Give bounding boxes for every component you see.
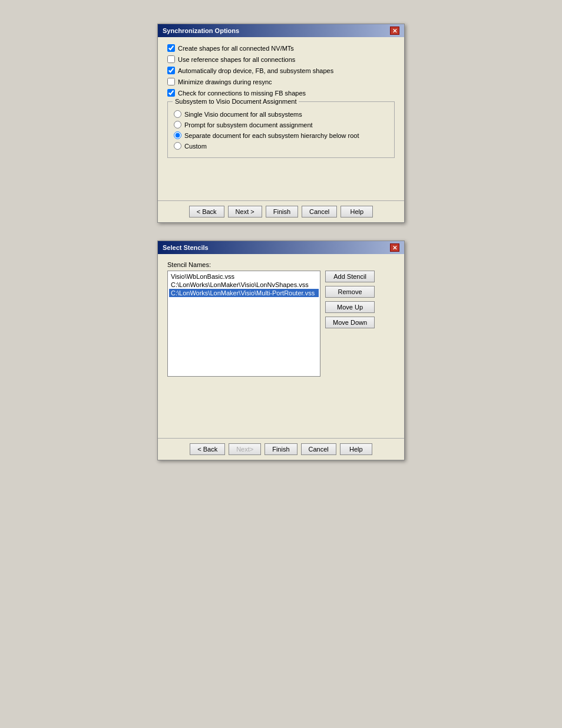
stencil-item-2[interactable]: C:\LonWorks\LonMaker\Visio\Multi-PortRou… — [169, 289, 319, 297]
single-visio-radio[interactable] — [174, 110, 181, 118]
groupbox-content: Single Visio document for all subsystems… — [174, 110, 388, 150]
finish-button[interactable]: Finish — [266, 206, 298, 218]
spacer — [167, 163, 395, 186]
finish-button-2[interactable]: Finish — [265, 443, 297, 455]
select-stencils-footer: < Back Next> Finish Cancel Help — [158, 438, 404, 460]
select-stencils-close-button[interactable]: ✕ — [390, 243, 399, 252]
remove-button[interactable]: Remove — [325, 286, 375, 298]
back-button[interactable]: < Back — [189, 206, 224, 218]
auto-drop-checkbox[interactable] — [167, 67, 175, 74]
checkbox-row-1: Create shapes for all connected NV/MTs — [167, 44, 395, 52]
cancel-button-2[interactable]: Cancel — [301, 443, 336, 455]
minimize-drawings-checkbox[interactable] — [167, 78, 175, 85]
next-button[interactable]: Next > — [228, 206, 262, 218]
custom-label: Custom — [184, 143, 207, 150]
sync-options-close-button[interactable]: ✕ — [390, 27, 399, 35]
create-shapes-checkbox[interactable] — [167, 44, 175, 52]
help-button-2[interactable]: Help — [340, 443, 372, 455]
radio-row-1: Single Visio document for all subsystems — [174, 110, 388, 118]
checkbox-row-2: Use reference shapes for all connections — [167, 55, 395, 63]
move-up-button[interactable]: Move Up — [325, 301, 375, 313]
radio-row-4: Custom — [174, 142, 388, 150]
sync-options-title: Synchronization Options — [163, 27, 239, 34]
separate-document-label: Separate document for each subsystem hie… — [184, 132, 359, 139]
separate-document-radio[interactable] — [174, 131, 181, 139]
minimize-drawings-label: Minimize drawings during resync — [178, 78, 272, 85]
stencil-list[interactable]: Visio\WbLonBasic.vss C:\LonWorks\LonMake… — [167, 271, 320, 377]
custom-radio[interactable] — [174, 142, 181, 150]
select-stencils-dialog: Select Stencils ✕ Stencil Names: Visio\W… — [157, 241, 405, 460]
sync-options-titlebar: Synchronization Options ✕ — [158, 24, 404, 37]
cancel-button[interactable]: Cancel — [302, 206, 337, 218]
stencil-item-1[interactable]: C:\LonWorks\LonMaker\Visio\LonNvShapes.v… — [169, 281, 319, 289]
move-down-button[interactable]: Move Down — [325, 317, 375, 328]
subsystem-assignment-groupbox: Subsystem to Visio Document Assignment S… — [167, 101, 395, 158]
create-shapes-label: Create shapes for all connected NV/MTs — [178, 45, 294, 52]
prompt-label: Prompt for subsystem document assignment — [184, 121, 313, 129]
check-connections-checkbox[interactable] — [167, 89, 175, 97]
stencil-area: Visio\WbLonBasic.vss C:\LonWorks\LonMake… — [167, 271, 395, 377]
checkbox-row-3: Automatically drop device, FB, and subsy… — [167, 67, 395, 74]
back-button-2[interactable]: < Back — [190, 443, 225, 455]
lower-spacer — [167, 377, 395, 424]
stencil-names-label: Stencil Names: — [167, 261, 395, 268]
prompt-radio[interactable] — [174, 121, 181, 129]
sync-options-dialog: Synchronization Options ✕ Create shapes … — [157, 24, 405, 223]
select-stencils-titlebar: Select Stencils ✕ — [158, 241, 404, 254]
single-visio-label: Single Visio document for all subsystems — [184, 111, 302, 118]
checkbox-row-5: Check for connections to missing FB shap… — [167, 89, 395, 97]
use-reference-shapes-checkbox[interactable] — [167, 55, 175, 63]
groupbox-legend: Subsystem to Visio Document Assignment — [173, 98, 299, 105]
radio-row-2: Prompt for subsystem document assignment — [174, 121, 388, 129]
add-stencil-button[interactable]: Add Stencil — [325, 271, 375, 282]
auto-drop-label: Automatically drop device, FB, and subsy… — [178, 67, 333, 74]
use-reference-shapes-label: Use reference shapes for all connections — [178, 56, 295, 63]
sync-options-footer: < Back Next > Finish Cancel Help — [158, 200, 404, 222]
sync-options-body: Create shapes for all connected NV/MTs U… — [158, 37, 404, 193]
stencil-action-buttons: Add Stencil Remove Move Up Move Down — [325, 271, 375, 328]
help-button[interactable]: Help — [340, 206, 373, 218]
next-button-2[interactable]: Next> — [229, 443, 261, 455]
select-stencils-body: Stencil Names: Visio\WbLonBasic.vss C:\L… — [158, 254, 404, 431]
check-connections-label: Check for connections to missing FB shap… — [178, 90, 306, 97]
checkbox-row-4: Minimize drawings during resync — [167, 78, 395, 85]
radio-row-3: Separate document for each subsystem hie… — [174, 131, 388, 139]
select-stencils-title: Select Stencils — [163, 244, 209, 251]
stencil-item-0[interactable]: Visio\WbLonBasic.vss — [169, 272, 319, 281]
